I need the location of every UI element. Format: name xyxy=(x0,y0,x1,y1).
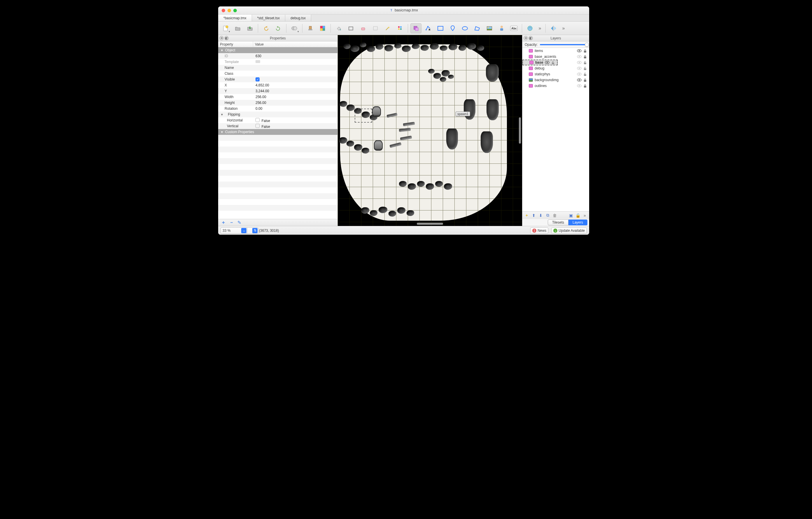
close-window-button[interactable] xyxy=(222,9,225,12)
lock-toggle[interactable] xyxy=(583,84,587,88)
insert-tile-button[interactable] xyxy=(484,23,495,33)
layer-row[interactable]: debug xyxy=(522,65,589,71)
file-tab[interactable]: debug.tsx xyxy=(285,15,311,21)
checkbox-icon[interactable]: ✓ xyxy=(256,77,260,81)
object-label-spawn1[interactable]: spawn1 xyxy=(456,111,470,116)
zoom-selector[interactable]: 33 % ⌄ xyxy=(221,227,247,234)
minimize-window-button[interactable] xyxy=(228,9,231,12)
news-button[interactable]: 1 News xyxy=(530,227,548,234)
insert-text-button[interactable]: Abc xyxy=(509,23,519,33)
toolbar-overflow-button-2[interactable]: » xyxy=(560,26,567,31)
checkbox-icon[interactable] xyxy=(256,124,260,128)
prop-height[interactable]: Height256.00 xyxy=(218,100,338,106)
layer-row[interactable]: base xyxy=(522,59,558,65)
insert-ellipse-button[interactable] xyxy=(459,23,470,33)
stamp-brush-button[interactable] xyxy=(305,23,316,33)
eraser-button[interactable] xyxy=(357,23,369,33)
layer-up-button[interactable]: ⬆ xyxy=(531,213,536,218)
random-mode-button[interactable] xyxy=(524,23,535,33)
tab-tilesets[interactable]: Tilesets xyxy=(548,219,569,225)
column-value[interactable]: Value xyxy=(253,42,338,47)
rect-select-button[interactable] xyxy=(370,23,381,33)
prop-rotation[interactable]: Rotation0.00 xyxy=(218,106,338,111)
visibility-toggle[interactable] xyxy=(577,73,582,76)
lock-toggle[interactable] xyxy=(583,61,587,64)
insert-template-button[interactable] xyxy=(496,23,507,33)
lock-toggle[interactable] xyxy=(583,78,587,82)
panel-undock-icon[interactable]: ◧ xyxy=(528,36,533,40)
visibility-toggle[interactable] xyxy=(577,55,582,58)
visibility-toggle[interactable] xyxy=(577,49,582,53)
add-property-button[interactable]: ＋ xyxy=(221,219,226,226)
delete-layer-button[interactable]: 🗑 xyxy=(552,213,557,218)
opacity-slider[interactable] xyxy=(540,44,587,45)
toolbar-overflow-button[interactable]: » xyxy=(536,26,543,31)
layer-down-button[interactable]: ⬇ xyxy=(538,213,543,218)
flip-horizontal-button[interactable] xyxy=(548,23,559,33)
layer-row[interactable]: items xyxy=(522,48,589,54)
edit-polygons-button[interactable] xyxy=(423,23,434,33)
new-file-button[interactable]: ▾ xyxy=(220,23,231,33)
highlight-layer-button[interactable]: ▣ xyxy=(568,213,573,218)
file-tab[interactable]: *std_tileset.tsx xyxy=(252,15,285,21)
layer-row[interactable]: backgroundimg xyxy=(522,77,589,83)
shape-fill-button[interactable] xyxy=(345,23,356,33)
lock-toggle[interactable] xyxy=(583,49,587,53)
prop-name[interactable]: Name xyxy=(218,65,338,71)
insert-point-button[interactable] xyxy=(447,23,458,33)
duplicate-layer-button[interactable]: ⧉ xyxy=(545,213,550,218)
checkbox-icon[interactable] xyxy=(256,118,260,122)
undo-button[interactable] xyxy=(260,23,271,33)
selection-rectangle[interactable] xyxy=(355,109,372,122)
prop-visible[interactable]: Visible✓ xyxy=(218,77,338,82)
layer-row[interactable]: outlines xyxy=(522,83,589,89)
bucket-fill-button[interactable] xyxy=(333,23,344,33)
visibility-toggle[interactable] xyxy=(577,84,582,88)
visibility-toggle[interactable] xyxy=(545,61,550,64)
terrain-brush-button[interactable] xyxy=(317,23,328,33)
select-same-button[interactable] xyxy=(394,23,405,33)
section-custom-properties[interactable]: ▼Custom Properties xyxy=(218,129,338,135)
open-file-button[interactable] xyxy=(232,23,243,33)
insert-rectangle-button[interactable] xyxy=(435,23,446,33)
horizontal-scrollbar[interactable] xyxy=(417,223,443,225)
layers-overflow-button[interactable]: » xyxy=(582,213,587,218)
layer-row[interactable]: staticphys xyxy=(522,71,589,77)
command-button[interactable]: ▾ xyxy=(289,23,300,33)
section-object[interactable]: ▼Object xyxy=(218,47,338,53)
update-available-button[interactable]: ↓ Update Available xyxy=(551,227,587,234)
prop-flip-vertical[interactable]: Vertical False xyxy=(218,123,338,129)
lock-toggle[interactable] xyxy=(583,73,587,76)
tab-layers[interactable]: Layers xyxy=(569,219,587,225)
lock-toggle[interactable] xyxy=(583,66,587,70)
map-object-barrel[interactable] xyxy=(372,106,381,117)
column-property[interactable]: Property xyxy=(218,42,253,47)
edit-property-button[interactable]: ✎ xyxy=(237,220,241,225)
visibility-toggle[interactable] xyxy=(577,61,582,64)
redo-button[interactable] xyxy=(273,23,284,33)
visibility-toggle[interactable] xyxy=(577,66,582,70)
zoom-window-button[interactable] xyxy=(233,9,237,12)
prop-flip-horizontal[interactable]: Horizontal False xyxy=(218,117,338,123)
map-viewport[interactable]: spawn1 xyxy=(338,35,522,226)
panel-close-icon[interactable]: ✕ xyxy=(219,36,224,40)
file-tab[interactable]: *basicmap.tmx xyxy=(218,15,252,21)
lock-toggle[interactable] xyxy=(583,55,587,59)
prop-class[interactable]: Class xyxy=(218,71,338,77)
prop-y[interactable]: Y3,244.00 xyxy=(218,88,338,94)
remove-property-button[interactable]: － xyxy=(229,219,234,226)
vertical-scrollbar[interactable] xyxy=(519,117,521,144)
new-layer-button[interactable]: ✦ xyxy=(524,213,529,218)
insert-polygon-button[interactable] xyxy=(472,23,483,33)
panel-undock-icon[interactable]: ◧ xyxy=(224,36,229,40)
save-file-button[interactable] xyxy=(244,23,256,33)
visibility-toggle[interactable] xyxy=(577,78,582,82)
prop-width[interactable]: Width256.00 xyxy=(218,94,338,100)
layer-row[interactable]: base_accents xyxy=(522,54,589,59)
panel-close-icon[interactable]: ✕ xyxy=(524,36,528,40)
map-object-barrel[interactable] xyxy=(374,140,383,151)
section-flipping[interactable]: ▼ Flipping xyxy=(218,111,338,117)
magic-wand-button[interactable] xyxy=(382,23,393,33)
lock-layers-button[interactable]: 🔒 xyxy=(575,213,580,218)
lock-toggle[interactable] xyxy=(551,61,555,64)
